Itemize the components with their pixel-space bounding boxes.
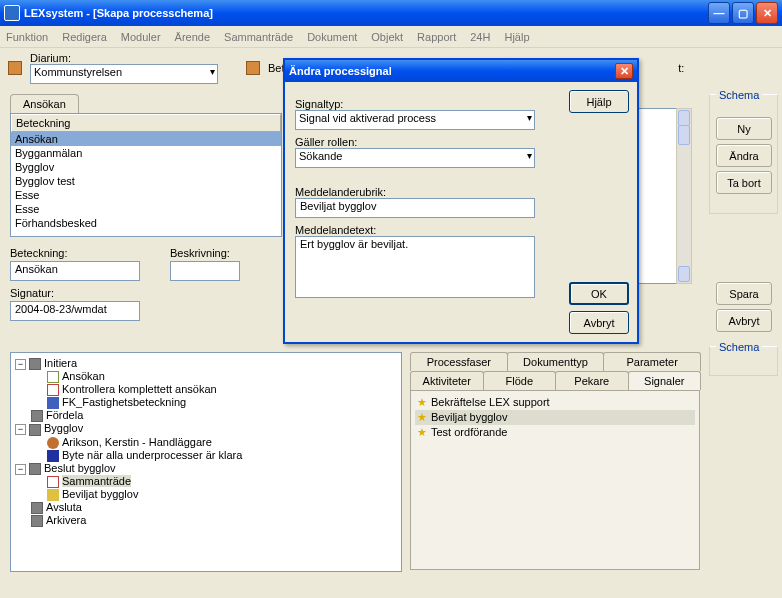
folder-icon xyxy=(29,463,41,475)
signatur-field-label: Signatur: xyxy=(10,287,140,299)
diarium-icon xyxy=(8,61,22,75)
list-item[interactable]: Bygglov test xyxy=(11,174,281,188)
tree-ansokan[interactable]: Ansökan xyxy=(62,370,105,382)
tab-ansokan[interactable]: Ansökan xyxy=(10,94,79,113)
beteckning-field-label: Beteckning: xyxy=(10,247,140,259)
scrollbar[interactable] xyxy=(676,108,692,284)
tab-pekare[interactable]: Pekare xyxy=(555,371,629,390)
signal-list[interactable]: ★Bekräftelse LEX support ★Beviljat byggl… xyxy=(410,390,700,570)
ny-button[interactable]: Ny xyxy=(716,117,772,140)
tab-flode[interactable]: Flöde xyxy=(483,371,557,390)
andra-button[interactable]: Ändra xyxy=(716,144,772,167)
check-icon xyxy=(47,476,59,488)
tree-kontrollera[interactable]: Kontrollera komplettett ansökan xyxy=(62,383,217,395)
signal-item[interactable]: ★Test ordförande xyxy=(415,425,695,440)
window-titlebar: LEXsystem - [Skapa processchema] — ▢ ✕ xyxy=(0,0,782,26)
list-item[interactable]: Bygganmälan xyxy=(11,146,281,160)
folder-icon xyxy=(31,410,43,422)
tree-arikson[interactable]: Arikson, Kerstin - Handläggare xyxy=(62,436,212,448)
menu-24h[interactable]: 24H xyxy=(470,31,490,43)
minimize-button[interactable]: — xyxy=(708,2,730,24)
avbryt-button[interactable]: Avbryt xyxy=(569,311,629,334)
process-tree[interactable]: −Initiera Ansökan Kontrollera komplettet… xyxy=(10,352,402,572)
maximize-button[interactable]: ▢ xyxy=(732,2,754,24)
text-label: Meddelandetext: xyxy=(295,224,627,236)
rubrik-value: Beviljat bygglov xyxy=(300,200,376,212)
signatur-value: 2004-08-23/wmdat xyxy=(15,303,107,315)
folder-icon xyxy=(29,424,41,436)
menu-moduler[interactable]: Moduler xyxy=(121,31,161,43)
tabort-button[interactable]: Ta bort xyxy=(716,171,772,194)
tree-initiera[interactable]: Initiera xyxy=(44,357,77,369)
ok-button[interactable]: OK xyxy=(569,282,629,305)
tab-signaler[interactable]: Signaler xyxy=(628,371,702,390)
list-item[interactable]: Esse xyxy=(11,202,281,216)
galler-label: Gäller rollen: xyxy=(295,136,627,148)
tree-arkivera[interactable]: Arkivera xyxy=(46,514,86,526)
schema-group-title: Schema xyxy=(716,89,762,101)
diarium-combo[interactable]: Kommunstyrelsen xyxy=(30,64,218,84)
star-icon xyxy=(47,489,59,501)
beteckning-value: Ansökan xyxy=(15,263,58,275)
text-input[interactable]: Ert bygglov är beviljat. xyxy=(295,236,535,298)
beteckning-list[interactable]: Beteckning Ansökan Bygganmälan Bygglov B… xyxy=(10,113,282,237)
tree-byte[interactable]: Byte när alla underprocesser är klara xyxy=(62,449,242,461)
signatur-input[interactable]: 2004-08-23/wmdat xyxy=(10,301,140,321)
person-icon xyxy=(47,437,59,449)
menu-arende[interactable]: Ärende xyxy=(175,31,210,43)
tab-aktiviteter[interactable]: Aktiviteter xyxy=(410,371,484,390)
andra-processignal-dialog: Ändra processignal ✕ Hjälp Signaltyp: Si… xyxy=(283,58,639,344)
beteckning-input[interactable]: Ansökan xyxy=(10,261,140,281)
menu-objekt[interactable]: Objekt xyxy=(371,31,403,43)
beskrivning-field-label: Beskrivning: xyxy=(170,247,240,259)
signal-item[interactable]: ★Bekräftelse LEX support xyxy=(415,395,695,410)
hjalp-button[interactable]: Hjälp xyxy=(569,90,629,113)
tab-dokumenttyp[interactable]: Dokumenttyp xyxy=(507,352,605,371)
doc-icon xyxy=(47,371,59,383)
list-item[interactable]: Bygglov xyxy=(11,160,281,174)
folder-icon xyxy=(29,358,41,370)
dialog-close-button[interactable]: ✕ xyxy=(615,63,633,79)
list-header[interactable]: Beteckning xyxy=(11,114,281,132)
tree-fordela[interactable]: Fördela xyxy=(46,409,83,421)
expand-icon[interactable]: − xyxy=(15,464,26,475)
window-title: LEXsystem - [Skapa processchema] xyxy=(24,7,708,19)
spara-button[interactable]: Spara xyxy=(716,282,772,305)
menu-hjalp[interactable]: Hjälp xyxy=(504,31,529,43)
tab-row-2: Aktiviteter Flöde Pekare Signaler xyxy=(410,371,700,390)
tree-beviljat[interactable]: Beviljat bygglov xyxy=(62,488,138,500)
tree-sammantrade[interactable]: Sammanträde xyxy=(62,475,131,487)
rubrik-input[interactable]: Beviljat bygglov xyxy=(295,198,535,218)
tab-processfaser[interactable]: Processfaser xyxy=(410,352,508,371)
list-item[interactable]: Ansökan xyxy=(11,132,281,146)
galler-combo[interactable]: Sökande xyxy=(295,148,535,168)
avbryt-right-button[interactable]: Avbryt xyxy=(716,309,772,332)
arrow-down-icon xyxy=(47,450,59,462)
list-item[interactable]: Förhandsbesked xyxy=(11,216,281,230)
menu-dokument[interactable]: Dokument xyxy=(307,31,357,43)
schema-group-bottom: Schema xyxy=(709,346,778,376)
menu-rapport[interactable]: Rapport xyxy=(417,31,456,43)
dialog-titlebar[interactable]: Ändra processignal ✕ xyxy=(285,60,637,82)
app-icon xyxy=(4,5,20,21)
menu-funktion[interactable]: Funktion xyxy=(6,31,48,43)
expand-icon[interactable]: − xyxy=(15,359,26,370)
tree-beslut[interactable]: Beslut bygglov xyxy=(44,462,116,474)
folder-icon xyxy=(31,502,43,514)
tab-row-1: Processfaser Dokumenttyp Parameter xyxy=(410,352,700,371)
menubar: Funktion Redigera Moduler Ärende Sammant… xyxy=(0,26,782,48)
expand-icon[interactable]: − xyxy=(15,424,26,435)
menu-redigera[interactable]: Redigera xyxy=(62,31,107,43)
beskrivning-input[interactable] xyxy=(170,261,240,281)
tab-parameter[interactable]: Parameter xyxy=(603,352,701,371)
tree-avsluta[interactable]: Avsluta xyxy=(46,501,82,513)
scrollbar-thumb[interactable] xyxy=(678,125,690,145)
list-item[interactable]: Esse xyxy=(11,188,281,202)
signal-item[interactable]: ★Beviljat bygglov xyxy=(415,410,695,425)
tree-fk[interactable]: FK_Fastighetsbeteckning xyxy=(62,396,186,408)
menu-sammantrade[interactable]: Sammanträde xyxy=(224,31,293,43)
trailing-label: t: xyxy=(678,62,684,74)
tree-bygglov[interactable]: Bygglov xyxy=(44,422,83,434)
close-button[interactable]: ✕ xyxy=(756,2,778,24)
signaltyp-combo[interactable]: Signal vid aktiverad process xyxy=(295,110,535,130)
